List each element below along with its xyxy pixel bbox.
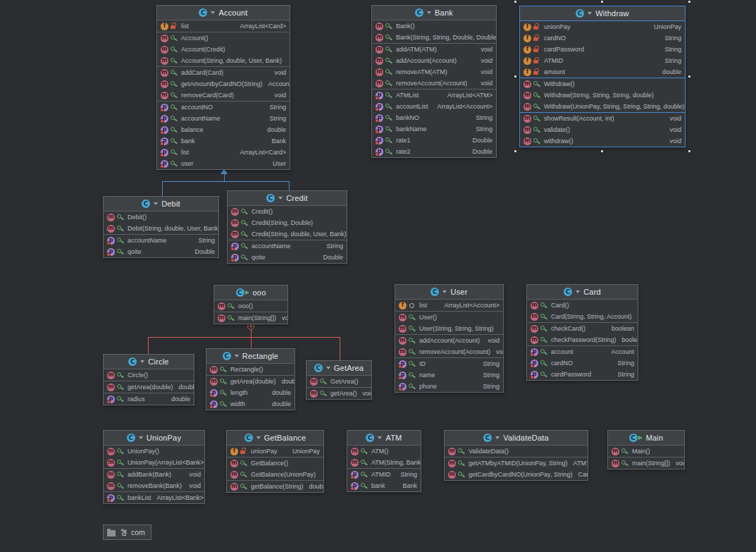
member-row[interactable]: fcardNOString (520, 32, 685, 44)
member-row[interactable]: mgetArea()void (306, 388, 371, 399)
member-row[interactable]: mCard() (527, 300, 638, 311)
class-node-debit[interactable]: CDebitmDebit()mDebit(String, double, Use… (103, 196, 219, 258)
member-row[interactable]: mremoveAccount(Account)void (372, 78, 496, 89)
member-row[interactable]: flistArrayList<Account> (395, 300, 503, 311)
class-header-main[interactable]: CMain (608, 431, 684, 445)
member-row[interactable]: mCredit(String, double, User, Bank) (228, 228, 347, 240)
member-row[interactable]: paccountNameString (157, 113, 290, 124)
member-row[interactable]: pcardNOString (527, 357, 638, 369)
member-row[interactable]: prate1Double (372, 135, 496, 146)
class-node-atm[interactable]: CATMmATM()mATM(String, Bank)pATMIDString… (347, 430, 421, 492)
member-row[interactable]: mvalidate()void (520, 124, 685, 135)
member-row[interactable]: mMain() (608, 446, 684, 457)
member-row[interactable]: fATMIDString (520, 55, 685, 66)
member-row[interactable]: mcheckPassword(String)boolean (527, 334, 638, 345)
member-row[interactable]: pbankBank (347, 480, 421, 491)
member-row[interactable]: pbankListArrayList<Bank> (104, 492, 204, 503)
selection-handle-s[interactable] (600, 149, 604, 153)
member-row[interactable]: mATM(String, Bank) (347, 457, 421, 468)
class-header-account[interactable]: CAccount (157, 6, 290, 20)
member-row[interactable]: mgetCardbyCardNO(UnionPay, String)Card? (445, 469, 588, 480)
class-node-card[interactable]: CCardmCard()mCard(String, String, Accoun… (526, 284, 638, 381)
class-node-user[interactable]: CUserflistArrayList<Account>mUser()mUser… (395, 284, 504, 393)
member-row[interactable]: paccountAccount (527, 346, 638, 357)
member-row[interactable]: funionPayUnionPay (520, 21, 685, 32)
collapse-chevron-icon[interactable] (326, 367, 330, 369)
innerclass-edge-segment-3[interactable] (251, 337, 252, 348)
innerclass-edge-segment-4[interactable] (340, 337, 340, 360)
selection-handle-n[interactable] (600, 0, 604, 4)
class-header-ooo[interactable]: Cooo (214, 286, 287, 300)
class-node-account[interactable]: CAccountflistArrayList<Card>mAccount()mA… (156, 5, 290, 170)
member-row[interactable]: paccountListArrayList<Account> (372, 101, 496, 112)
collapse-chevron-icon[interactable] (427, 11, 431, 14)
member-row[interactable]: flistArrayList<Card> (157, 20, 290, 32)
member-row[interactable]: pqoiteDouble (104, 246, 218, 257)
collapse-chevron-icon[interactable] (588, 12, 592, 15)
member-row[interactable]: maddAccount(Account)void (372, 55, 496, 66)
member-row[interactable]: paccountNameString (104, 235, 218, 246)
member-row[interactable]: mmain(String[])void (608, 458, 684, 469)
inheritance-edge-segment-2[interactable] (289, 181, 290, 190)
member-row[interactable]: mwithdraw()void (520, 135, 685, 147)
member-row[interactable]: maddCard(Card)void (157, 67, 290, 78)
class-header-debit[interactable]: CDebit (104, 197, 218, 211)
member-row[interactable]: mUser() (395, 312, 503, 323)
member-row[interactable]: mgetBalance(String)double (227, 481, 323, 492)
collapse-chevron-icon[interactable] (278, 197, 283, 200)
member-row[interactable]: mRectangle() (206, 364, 295, 375)
member-row[interactable]: pbankNOString (372, 112, 496, 123)
member-row[interactable]: mAccount(Credit) (157, 44, 290, 55)
class-header-getbalance[interactable]: CGetBalance (227, 431, 323, 445)
member-row[interactable]: maddAccount(Account)void (395, 335, 503, 346)
selection-handle-se[interactable] (688, 149, 691, 153)
member-row[interactable]: pbalancedouble (157, 124, 290, 135)
class-node-getbalance[interactable]: CGetBalancefunionPayUnionPaymGetBalance(… (226, 430, 324, 493)
class-node-credit[interactable]: CCreditmCredit()mCredit(String, Double)m… (227, 190, 347, 264)
member-row[interactable]: pphoneString (395, 381, 503, 392)
collapse-chevron-icon[interactable] (140, 360, 144, 363)
member-row[interactable]: funionPayUnionPay (227, 446, 323, 457)
innerclass-edge-segment-1[interactable] (148, 337, 340, 338)
member-row[interactable]: pATMIDString (347, 469, 421, 480)
member-row[interactable]: mUnionPay() (104, 446, 204, 457)
class-header-rectangle[interactable]: CRectangle (206, 349, 295, 363)
member-row[interactable]: mAccount(String, double, User, Bank) (157, 55, 290, 66)
collapse-chevron-icon[interactable] (256, 436, 261, 439)
member-row[interactable]: mDebit() (104, 211, 218, 223)
member-row[interactable]: pbankNameString (372, 123, 496, 135)
collapse-chevron-icon[interactable] (139, 436, 143, 439)
inheritance-edge-segment-1[interactable] (162, 181, 163, 196)
uml-diagram-canvas[interactable]: + CAccountflistArrayList<Card>mAccount()… (0, 0, 756, 552)
member-row[interactable]: paccountNameString (228, 240, 347, 252)
class-node-main[interactable]: CMainmMain()mmain(String[])void (607, 430, 685, 470)
member-row[interactable]: mGetArea() (306, 376, 371, 387)
member-row[interactable]: mWithdraw(UnionPay, String, String, Stri… (520, 101, 685, 112)
member-row[interactable]: mcheckCard()boolean (527, 323, 638, 334)
selection-handle-e[interactable] (688, 75, 691, 78)
member-row[interactable]: pbankBank (157, 135, 290, 147)
member-row[interactable]: mWithdraw(String, String, String, double… (520, 90, 685, 101)
member-row[interactable]: mremoveAccount(Account)void (395, 346, 503, 357)
class-header-card[interactable]: CCard (527, 285, 638, 299)
class-node-unionpay[interactable]: CUnionPaymUnionPay()mUnionPay(ArrayList<… (103, 430, 205, 504)
member-row[interactable]: mDebit(String, double, User, Bank) (104, 223, 218, 234)
member-row[interactable]: mremoveBank(Bank)void (104, 480, 204, 491)
member-row[interactable]: mooo() (214, 300, 287, 312)
member-row[interactable]: mCard(String, String, Account) (527, 311, 638, 322)
member-row[interactable]: puserUser (157, 158, 290, 169)
selection-handle-w[interactable] (514, 75, 517, 78)
member-row[interactable]: mUnionPay(ArrayList<Bank>) (104, 457, 204, 468)
member-row[interactable]: mCircle() (104, 369, 194, 381)
member-row[interactable]: famountdouble (520, 66, 685, 78)
collapse-chevron-icon[interactable] (378, 436, 382, 439)
member-row[interactable]: pwidthdouble (206, 398, 295, 410)
class-node-getarea[interactable]: CGetAreamGetArea()mgetArea()void (306, 360, 372, 400)
member-row[interactable]: mgetArea(double)double (104, 381, 194, 393)
collapse-chevron-icon[interactable] (576, 290, 580, 293)
selection-handle-ne[interactable] (688, 0, 691, 4)
class-header-credit[interactable]: CCredit (228, 191, 347, 205)
member-row[interactable]: plistArrayList<Card> (157, 147, 290, 158)
selection-handle-sw[interactable] (514, 149, 517, 153)
member-row[interactable]: mremoveCard(Card)void (157, 90, 290, 101)
